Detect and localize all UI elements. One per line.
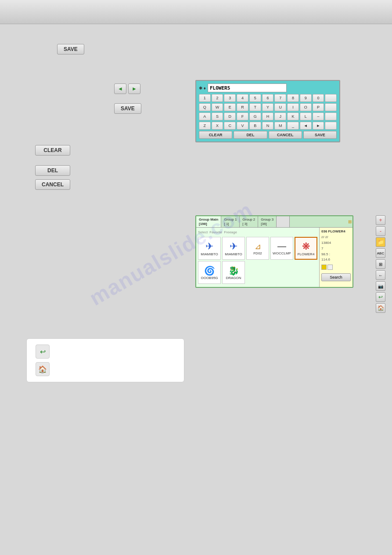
- key-empty-1: [325, 94, 337, 102]
- key-j[interactable]: J: [274, 112, 286, 120]
- key-v[interactable]: V: [237, 122, 248, 130]
- color-swatch-yellow: [321, 265, 327, 270]
- icon-undo-btn[interactable]: ↩: [376, 292, 385, 302]
- icon-photo-btn[interactable]: 📷: [376, 281, 385, 291]
- pattern-icon-miami1: ✈: [205, 241, 213, 252]
- tab-group-main[interactable]: Group Main[198]: [196, 216, 221, 227]
- kb-clear-button[interactable]: CLEAR: [199, 131, 232, 139]
- key-y[interactable]: Y: [262, 103, 274, 111]
- key-m[interactable]: M: [274, 122, 286, 130]
- key-h[interactable]: H: [262, 112, 274, 120]
- nav-arrows: ◄ ►: [114, 83, 140, 94]
- key-cursor-left[interactable]: ◄: [300, 122, 312, 130]
- kb-save-button[interactable]: SAVE: [303, 131, 337, 139]
- header-bar: [0, 0, 392, 24]
- key-q[interactable]: Q: [199, 103, 211, 111]
- pattern-item-miamibto-2[interactable]: ✈ MIAMIBTO: [222, 237, 245, 260]
- kb-del-button[interactable]: DEL: [234, 131, 267, 139]
- key-k[interactable]: K: [287, 112, 299, 120]
- key-w[interactable]: W: [212, 103, 223, 111]
- key-t[interactable]: T: [249, 103, 261, 111]
- icon-minus-btn[interactable]: -: [376, 226, 385, 236]
- pattern-item-fd02[interactable]: ⊿ FD02: [246, 237, 269, 260]
- cancel-button[interactable]: CANCEL: [35, 179, 70, 190]
- home-button[interactable]: 🏠: [36, 362, 50, 376]
- pattern-label-fd02: FD02: [253, 251, 262, 255]
- pattern-item-miamibto-1[interactable]: ✈ MIAMIBTO: [198, 237, 221, 260]
- back-icon: ↩: [40, 348, 46, 356]
- key-u[interactable]: U: [274, 103, 286, 111]
- side-buttons: CLEAR DEL CANCEL: [35, 145, 70, 190]
- pattern-item-ooob95g[interactable]: 🌀 OOOB95G: [198, 261, 221, 284]
- key-1[interactable]: 1: [199, 94, 211, 102]
- key-e[interactable]: E: [224, 103, 236, 111]
- key-b[interactable]: B: [249, 122, 261, 130]
- icon-grid-btn[interactable]: ⊞: [376, 259, 385, 269]
- save-button-mid[interactable]: SAVE: [114, 103, 141, 114]
- pattern-grid: Select Favorite Freeage ✈ MIAMIBTO ✈ MIA…: [196, 228, 319, 287]
- key-r[interactable]: R: [237, 103, 248, 111]
- key-6[interactable]: 6: [262, 94, 274, 102]
- save-button-top[interactable]: SAVE: [57, 44, 84, 54]
- key-o[interactable]: O: [300, 103, 312, 111]
- key-l[interactable]: L: [300, 112, 312, 120]
- bottom-nav-box: ↩ 🏠: [26, 338, 184, 382]
- key-7[interactable]: 7: [274, 94, 286, 102]
- key-s[interactable]: S: [212, 112, 223, 120]
- tab-group-1[interactable]: Group 1[ 1]: [221, 216, 240, 227]
- pattern-item-flower4[interactable]: ❋ FLOWER4: [295, 237, 317, 260]
- key-3[interactable]: 3: [224, 94, 236, 102]
- key-8[interactable]: 8: [287, 94, 299, 102]
- icon-arrow-left-btn[interactable]: ←: [376, 270, 385, 280]
- icon-folder-yellow[interactable]: 📁: [376, 237, 385, 247]
- key-a[interactable]: A: [199, 112, 211, 120]
- info-name: FLOWER4: [328, 229, 345, 233]
- keyboard-row-z: Z X C V B N M _ ◄ ►: [199, 122, 337, 130]
- pattern-icon-fd02: ⊿: [255, 242, 261, 251]
- icon-plus-btn[interactable]: +: [376, 215, 385, 225]
- del-button[interactable]: DEL: [35, 165, 70, 176]
- key-4[interactable]: 4: [237, 94, 248, 102]
- icon-home-btn[interactable]: 🏠: [376, 303, 385, 313]
- info-value2: 7: [321, 246, 351, 252]
- kb-cancel-button[interactable]: CANCEL: [269, 131, 302, 139]
- right-arrow-icon: ►: [132, 86, 137, 92]
- tab-group-2[interactable]: Group 2[ 3]: [240, 216, 258, 227]
- sort-label-2: Favorite: [209, 230, 222, 234]
- key-9[interactable]: 9: [300, 94, 312, 102]
- prev-arrow-button[interactable]: ◄: [114, 83, 126, 94]
- key-d[interactable]: D: [224, 112, 236, 120]
- key-2[interactable]: 2: [212, 94, 223, 102]
- search-button[interactable]: Search: [321, 273, 351, 281]
- key-dash[interactable]: –: [313, 112, 324, 120]
- key-c[interactable]: C: [224, 122, 236, 130]
- pattern-items-row-2: 🌀 OOOB95G 🐉 DRAGON: [198, 261, 317, 284]
- key-x[interactable]: X: [212, 122, 223, 130]
- tab-extra[interactable]: [277, 216, 290, 227]
- keyboard-input[interactable]: [208, 83, 287, 92]
- tab-group-3[interactable]: Group 3[36]: [258, 216, 277, 227]
- next-arrow-button[interactable]: ►: [128, 83, 140, 94]
- key-n[interactable]: N: [262, 122, 274, 130]
- key-i[interactable]: I: [287, 103, 299, 111]
- key-cursor-right[interactable]: ►: [313, 122, 324, 130]
- right-icon-panel: + - 📁 ABC ⊞ ← 📷 ↩ 🏠: [376, 215, 385, 313]
- pattern-selector-popup: Group Main[198] Group 1[ 1] Group 2[ 3] …: [195, 215, 353, 288]
- pattern-nav-icon[interactable]: ⊞: [348, 219, 352, 224]
- info-value1: 13804: [321, 240, 351, 246]
- key-underscore[interactable]: _: [287, 122, 299, 130]
- key-5[interactable]: 5: [249, 94, 261, 102]
- key-f[interactable]: F: [237, 112, 248, 120]
- key-0[interactable]: 0: [313, 94, 324, 102]
- key-z[interactable]: Z: [199, 122, 211, 130]
- key-p[interactable]: P: [313, 103, 324, 111]
- back-button[interactable]: ↩: [36, 345, 50, 359]
- key-g[interactable]: G: [249, 112, 261, 120]
- pattern-item-dragon[interactable]: 🐉 DRAGON: [222, 261, 245, 284]
- clear-button[interactable]: CLEAR: [35, 145, 70, 156]
- keyboard-title-bar: ✱ ♦: [199, 83, 337, 92]
- pattern-label-ooob95g: OOOB95G: [201, 276, 218, 280]
- pattern-item-wocclmp[interactable]: — WOCCLMP: [270, 237, 293, 260]
- color-swatch-white: [327, 265, 333, 270]
- icon-abc-btn[interactable]: ABC: [376, 248, 385, 258]
